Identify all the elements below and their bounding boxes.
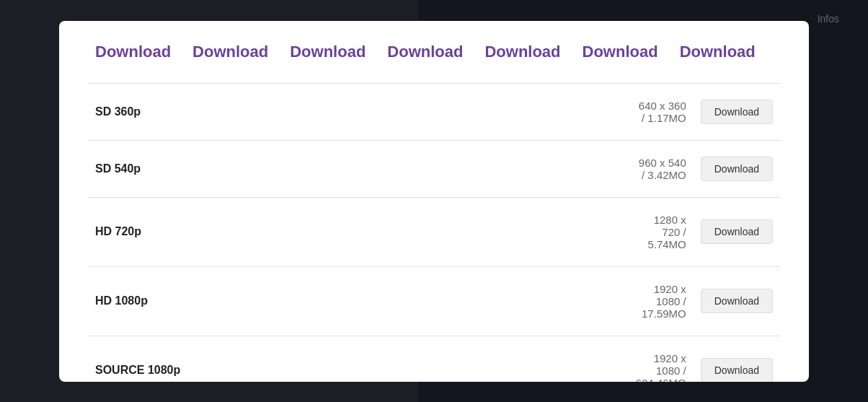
quality-label: HD 720p: [88, 197, 203, 266]
resolution-info: 1920 x 1080 / 624.46MO: [629, 336, 694, 382]
download-button-4[interactable]: Download: [701, 358, 773, 382]
resolution-info: 960 x 540 / 3.42MO: [629, 140, 694, 197]
download-button-0[interactable]: Download: [701, 100, 773, 124]
download-button-2[interactable]: Download: [701, 219, 773, 244]
modal-overlay: DownloadDownloadDownloadDownloadDownload…: [0, 0, 868, 402]
download-button-1[interactable]: Download: [701, 157, 773, 181]
header-download-link-1[interactable]: Download: [185, 43, 275, 61]
download-table: SD 360p640 x 360 / 1.17MODownloadSD 540p…: [88, 83, 780, 382]
table-row: SD 540p960 x 540 / 3.42MODownload: [88, 140, 780, 197]
table-row: HD 1080p1920 x 1080 / 17.59MODownload: [88, 266, 780, 336]
table-row: SD 360p640 x 360 / 1.17MODownload: [88, 83, 780, 140]
header-download-link-5[interactable]: Download: [575, 43, 665, 61]
quality-label: HD 1080p: [88, 266, 203, 336]
header-download-link-0[interactable]: Download: [88, 43, 178, 61]
table-row: HD 720p1280 x 720 / 5.74MODownload: [88, 197, 780, 266]
header-download-link-2[interactable]: Download: [283, 43, 373, 61]
quality-label: SD 360p: [88, 83, 203, 140]
table-row: SOURCE 1080p1920 x 1080 / 624.46MODownlo…: [88, 336, 780, 382]
quality-label: SOURCE 1080p: [88, 336, 203, 382]
header-download-links: DownloadDownloadDownloadDownloadDownload…: [88, 43, 780, 61]
quality-label: SD 540p: [88, 140, 203, 197]
resolution-info: 640 x 360 / 1.17MO: [629, 83, 694, 140]
resolution-info: 1280 x 720 / 5.74MO: [629, 197, 694, 266]
resolution-info: 1920 x 1080 / 17.59MO: [629, 266, 694, 336]
download-modal: DownloadDownloadDownloadDownloadDownload…: [59, 21, 809, 382]
header-download-link-4[interactable]: Download: [477, 43, 567, 61]
header-download-link-6[interactable]: Download: [673, 43, 763, 61]
download-button-3[interactable]: Download: [701, 289, 773, 313]
header-download-link-3[interactable]: Download: [380, 43, 470, 61]
